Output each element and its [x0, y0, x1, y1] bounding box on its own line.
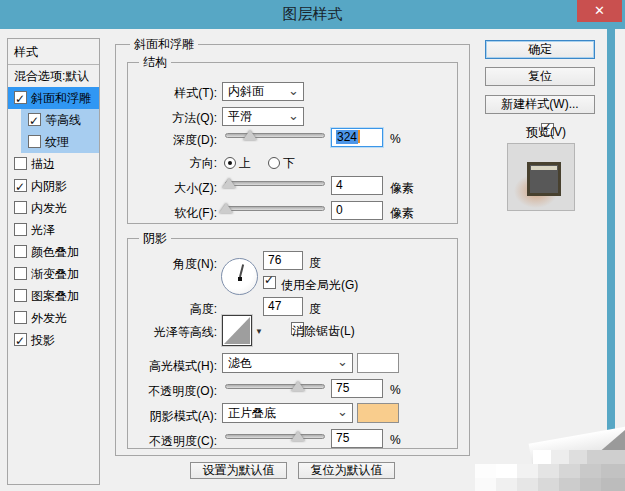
checkbox-checked[interactable]: ✓	[14, 333, 27, 346]
angle-unit: 度	[309, 255, 321, 272]
preview-object	[527, 162, 561, 196]
dialog-title: 图层样式	[0, 5, 625, 24]
preview-label: 预览(V)	[526, 124, 566, 141]
structure-title: 结构	[139, 55, 171, 69]
depth-slider-thumb[interactable]	[243, 130, 257, 140]
global-light-checkbox[interactable]: ✓	[263, 276, 276, 289]
highlight-mode-label: 高光模式(H):	[113, 358, 217, 375]
sidebar-item-gradient-overlay[interactable]: 渐变叠加	[8, 263, 99, 285]
size-unit: 像素	[390, 180, 414, 197]
anti-alias-label: 消除锯齿(L)	[292, 323, 355, 340]
sidebar-item-inner-shadow[interactable]: ✓内阴影	[8, 175, 99, 197]
angle-dial[interactable]	[221, 258, 258, 295]
highlight-opacity-input[interactable]: 75	[331, 379, 383, 398]
checkbox-checked[interactable]: ✓	[28, 113, 41, 126]
size-input[interactable]: 4	[331, 176, 383, 195]
highlight-mode-dropdown[interactable]: 滤色 ⌄	[222, 353, 353, 373]
depth-label: 深度(D):	[113, 132, 217, 149]
ok-button[interactable]: 确定	[485, 40, 595, 59]
shadow-opacity-input[interactable]: 75	[331, 429, 383, 448]
chevron-down-icon: ⌄	[288, 82, 299, 99]
soften-slider-thumb[interactable]	[219, 203, 233, 213]
style-preview-thumbnail	[507, 143, 575, 211]
radio-unselected-icon	[268, 157, 280, 169]
size-slider-thumb[interactable]	[222, 178, 236, 188]
shadow-mode-dropdown[interactable]: 正片叠底 ⌄	[222, 403, 353, 423]
direction-up-radio[interactable]: 上	[224, 155, 251, 172]
reset-default-button[interactable]: 复位为默认值	[298, 462, 395, 479]
shadow-mode-label: 阴影模式(A):	[113, 408, 217, 425]
chevron-down-icon: ⌄	[337, 403, 348, 421]
sidebar-item-blending-options[interactable]: 混合选项:默认	[8, 65, 99, 87]
checkbox-checked[interactable]: ✓	[14, 179, 27, 192]
soften-label: 软化(F):	[113, 205, 217, 222]
technique-label: 方法(Q):	[113, 110, 217, 127]
size-label: 大小(Z):	[113, 180, 217, 197]
sidebar-item-bevel-emboss[interactable]: ✓斜面和浮雕	[8, 87, 99, 109]
sidebar-item-contour[interactable]: ✓等高线	[21, 109, 99, 131]
gloss-contour-picker[interactable]	[222, 315, 252, 346]
style-dropdown[interactable]: 内斜面 ⌄	[222, 82, 304, 101]
direction-label: 方向:	[113, 155, 217, 172]
sidebar-item-pattern-overlay[interactable]: 图案叠加	[8, 285, 99, 307]
sidebar-item-stroke[interactable]: 描边	[8, 153, 99, 175]
style-label: 样式(T):	[113, 85, 217, 102]
highlight-color-swatch[interactable]	[357, 353, 399, 373]
gloss-contour-label: 光泽等高线:	[113, 324, 217, 341]
shadow-opacity-thumb[interactable]	[291, 431, 305, 441]
preview-highlight	[531, 166, 557, 170]
depth-slider[interactable]	[225, 133, 325, 138]
shadow-opacity-unit: %	[390, 433, 401, 447]
checkbox-unchecked[interactable]	[14, 201, 27, 214]
styles-list: 混合选项:默认 ✓斜面和浮雕 ✓等高线 纹理 描边 ✓内阴影 内发光 光泽 颜色…	[8, 65, 99, 351]
close-icon: ✕	[594, 3, 605, 18]
shadow-opacity-label: 不透明度(C):	[113, 433, 217, 450]
global-light-label: 使用全局光(G)	[281, 277, 358, 294]
soften-slider[interactable]	[225, 206, 325, 211]
technique-dropdown[interactable]: 平滑 ⌄	[222, 107, 304, 126]
highlight-opacity-thumb[interactable]	[291, 381, 305, 391]
checkbox-unchecked[interactable]	[14, 289, 27, 302]
angle-label: 角度(N):	[113, 256, 217, 273]
window-border-right	[607, 29, 615, 434]
shadow-opacity-slider[interactable]	[225, 434, 325, 439]
altitude-unit: 度	[309, 301, 321, 318]
sidebar-item-outer-glow[interactable]: 外发光	[8, 307, 99, 329]
compression-artifact	[475, 420, 625, 491]
checkbox-unchecked[interactable]	[14, 223, 27, 236]
sidebar-item-satin[interactable]: 光泽	[8, 219, 99, 241]
checkbox-unchecked[interactable]	[14, 311, 27, 324]
contour-thumbnail	[224, 317, 250, 344]
sidebar-item-color-overlay[interactable]: 颜色叠加	[8, 241, 99, 263]
depth-input[interactable]: 324	[331, 128, 383, 147]
text-caret	[358, 130, 360, 143]
radio-selected-icon	[224, 157, 236, 169]
altitude-input[interactable]: 47	[263, 297, 303, 316]
set-default-button[interactable]: 设置为默认值	[190, 462, 287, 479]
chevron-down-icon: ⌄	[288, 107, 299, 124]
shadow-color-swatch[interactable]	[357, 403, 399, 423]
angle-needle	[239, 264, 244, 277]
sidebar-item-inner-glow[interactable]: 内发光	[8, 197, 99, 219]
checkbox-unchecked[interactable]	[14, 157, 27, 170]
chevron-down-icon: ⌄	[337, 353, 348, 371]
highlight-opacity-label: 不透明度(O):	[113, 383, 217, 400]
checkbox-unchecked[interactable]	[14, 267, 27, 280]
angle-input[interactable]: 76	[263, 251, 303, 270]
sidebar-item-texture[interactable]: 纹理	[21, 131, 99, 153]
checkbox-unchecked[interactable]	[28, 135, 41, 148]
new-style-button[interactable]: 新建样式(W)...	[485, 95, 595, 114]
checkbox-unchecked[interactable]	[14, 245, 27, 258]
close-button[interactable]: ✕	[577, 0, 622, 22]
highlight-opacity-slider[interactable]	[225, 384, 325, 389]
contour-dropdown-icon[interactable]: ▼	[255, 327, 263, 336]
styles-list-panel: 样式 混合选项:默认 ✓斜面和浮雕 ✓等高线 纹理 描边 ✓内阴影 内发光 光泽…	[7, 38, 100, 485]
size-slider[interactable]	[225, 181, 325, 186]
cancel-button[interactable]: 复位	[485, 67, 595, 86]
angle-center-dot	[238, 277, 242, 281]
altitude-label: 高度:	[113, 301, 217, 318]
sidebar-item-drop-shadow[interactable]: ✓投影	[8, 329, 99, 351]
soften-input[interactable]: 0	[331, 201, 383, 220]
checkbox-checked[interactable]: ✓	[14, 91, 27, 104]
direction-down-radio[interactable]: 下	[268, 155, 295, 172]
